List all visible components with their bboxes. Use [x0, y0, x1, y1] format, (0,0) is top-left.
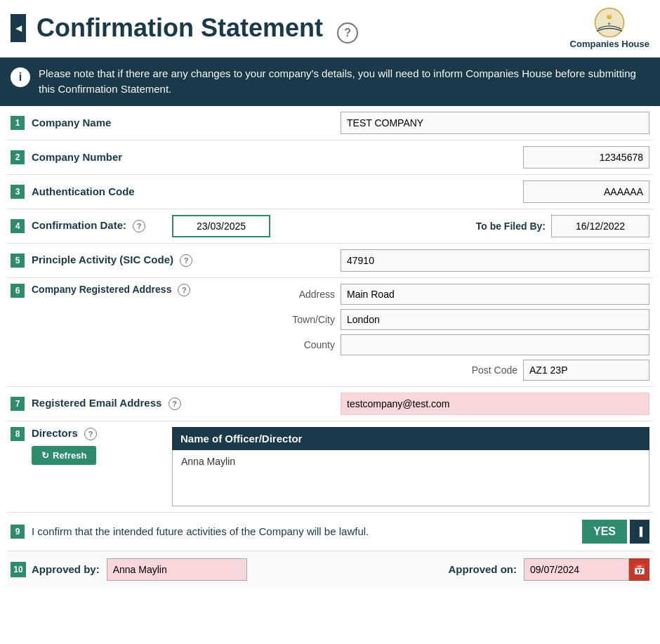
ch-name: Companies House: [570, 39, 649, 50]
auth-code-input[interactable]: [523, 180, 649, 203]
company-name-content: [172, 112, 649, 134]
postcode-input[interactable]: [523, 360, 649, 381]
refresh-icon: ↻: [41, 450, 49, 461]
conf-date-wrapper: To be Filed By:: [172, 215, 649, 237]
county-input[interactable]: [341, 334, 649, 355]
company-name-row: 1 Company Name: [7, 106, 653, 140]
email-label: Registered Email Address ?: [32, 397, 181, 410]
confirmation-date-label: Confirmation Date: ?: [32, 219, 172, 232]
address-input[interactable]: [341, 284, 649, 305]
email-content: [181, 393, 649, 415]
sic-code-row: 5 Principle Activity (SIC Code) ?: [7, 244, 653, 278]
row-number-3: 3: [11, 185, 25, 199]
row-number-4: 4: [11, 219, 25, 233]
help-icon[interactable]: ?: [337, 22, 358, 44]
row-number-8: 8: [11, 427, 25, 441]
row-number-9: 9: [11, 525, 25, 539]
confirmation-date-input[interactable]: [172, 215, 270, 237]
address-line-row: Address: [190, 284, 649, 305]
row-number-10: 10: [11, 562, 26, 577]
filed-by-input[interactable]: [551, 215, 649, 237]
approved-date-input[interactable]: [524, 558, 629, 581]
sidebar-toggle[interactable]: ◀: [11, 14, 26, 42]
approved-on-label: Approved on:: [449, 563, 517, 575]
row-number-5: 5: [11, 254, 25, 268]
auth-code-content: [172, 180, 649, 203]
town-input[interactable]: [341, 309, 649, 330]
yes-container[interactable]: YES ▐: [582, 520, 649, 544]
approved-row: 10 Approved by: Approved on: 📅: [7, 551, 653, 588]
company-number-input[interactable]: [523, 146, 649, 169]
email-help-icon[interactable]: ?: [169, 397, 181, 410]
registered-address-label: Company Registered Address ?: [32, 284, 190, 296]
confirmation-date-content: To be Filed By:: [172, 215, 649, 237]
sic-code-label: Principle Activity (SIC Code) ?: [32, 254, 192, 267]
filed-by-label: To be Filed By:: [476, 221, 546, 232]
approved-date-container: 📅: [524, 558, 649, 581]
lawful-row: 9 I confirm that the intended future act…: [7, 513, 653, 551]
yes-toggle[interactable]: ▐: [630, 520, 649, 544]
postcode-row: Post Code: [190, 360, 649, 381]
company-number-label: Company Number: [32, 151, 172, 163]
yes-button[interactable]: YES: [582, 520, 627, 544]
company-name-input[interactable]: [341, 112, 649, 134]
town-row: Town/City: [190, 309, 649, 330]
info-banner: i Please note that if there are any chan…: [0, 58, 660, 106]
county-row: County: [190, 334, 649, 355]
company-number-row: 2 Company Number: [7, 140, 653, 175]
toggle-icon: ▐: [637, 527, 643, 537]
calendar-icon[interactable]: 📅: [629, 558, 649, 581]
svg-text:👑: 👑: [607, 13, 614, 20]
address-fields: Address Town/City County Post Code: [190, 284, 649, 381]
conf-date-left: [172, 215, 270, 237]
sic-code-content: [192, 249, 649, 272]
confirmation-date-row: 4 Confirmation Date: ? To be Filed By:: [7, 209, 653, 244]
directors-left: 8 Directors ? ↻ Refresh: [11, 427, 172, 465]
row-number-2: 2: [11, 150, 25, 164]
directors-content: Name of Officer/Director Anna Maylin: [172, 427, 649, 506]
svg-text:⚜: ⚜: [608, 22, 612, 26]
registered-address-row: 6 Company Registered Address ? Address T…: [7, 278, 653, 387]
refresh-button[interactable]: ↻ Refresh: [32, 446, 96, 465]
company-name-label: Company Name: [32, 117, 172, 129]
conf-date-right: To be Filed By:: [476, 215, 649, 237]
sic-help-icon[interactable]: ?: [180, 254, 192, 267]
county-label: County: [279, 339, 335, 350]
companies-house-logo: 👑 ⚜ Companies House: [570, 7, 649, 50]
postcode-label: Post Code: [461, 364, 517, 376]
title-text: Confirmation Statement: [37, 13, 323, 42]
directors-row: 8 Directors ? ↻ Refresh Name of Officer/…: [7, 421, 653, 513]
email-row: 7 Registered Email Address ?: [7, 387, 653, 421]
yes-label: YES: [593, 525, 616, 538]
email-input[interactable]: [341, 393, 649, 415]
directors-help-icon[interactable]: ?: [84, 428, 97, 440]
directors-label: Directors ?: [32, 427, 172, 440]
row-number-1: 1: [11, 116, 25, 130]
approved-by-input[interactable]: [107, 558, 247, 581]
info-text: Please note that if there are any change…: [39, 66, 649, 98]
auth-code-row: 3 Authentication Code: [7, 175, 653, 209]
refresh-label: Refresh: [53, 450, 86, 461]
auth-code-label: Authentication Code: [32, 185, 172, 197]
header: ◀ Confirmation Statement ? 👑 ⚜ Companies…: [0, 0, 660, 58]
row-number-6: 6: [11, 284, 25, 298]
page: ◀ Confirmation Statement ? 👑 ⚜ Companies…: [0, 0, 660, 644]
address-label: Address: [279, 289, 335, 300]
page-title: Confirmation Statement ?: [37, 13, 570, 44]
address-left: 6 Company Registered Address ?: [11, 284, 190, 298]
approved-by-label: Approved by:: [32, 563, 100, 575]
row-number-7: 7: [11, 397, 25, 411]
conf-date-help-icon[interactable]: ?: [133, 220, 145, 232]
form-section: 1 Company Name 2 Company Number 3 Authen…: [0, 106, 660, 588]
director-name: Anna Maylin: [173, 450, 649, 473]
town-label: Town/City: [279, 314, 335, 325]
info-icon: i: [11, 67, 30, 87]
directors-table-header: Name of Officer/Director: [172, 427, 649, 450]
lawful-text: I confirm that the intended future activ…: [32, 525, 582, 537]
ch-emblem-icon: 👑 ⚜: [592, 7, 627, 39]
sic-code-input[interactable]: [341, 249, 649, 272]
company-number-content: [172, 146, 649, 169]
address-help-icon[interactable]: ?: [178, 284, 190, 296]
directors-table-body: Anna Maylin: [172, 450, 649, 506]
